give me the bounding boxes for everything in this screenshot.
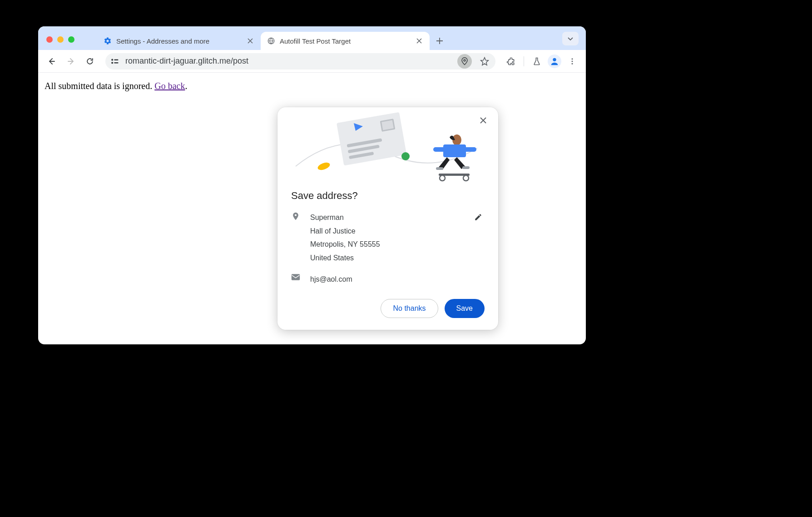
popup-actions: No thanks Save <box>291 299 485 318</box>
svg-point-26 <box>463 175 469 181</box>
go-back-link[interactable]: Go back <box>154 81 185 91</box>
close-tab-icon[interactable] <box>246 37 254 45</box>
tab-title: Autofill Test Post Target <box>280 37 411 45</box>
address-row: Superman Hall of Justice Metropolis, NY … <box>291 211 485 264</box>
popup-title: Save address? <box>291 190 485 202</box>
tab-strip: Settings - Addresses and more Autofill T… <box>38 26 586 50</box>
svg-rect-20 <box>464 147 476 152</box>
svg-rect-2 <box>114 59 118 60</box>
site-info-icon[interactable] <box>110 56 120 66</box>
svg-point-3 <box>111 62 113 64</box>
window-controls <box>46 36 74 43</box>
email-row: hjs@aol.com <box>291 273 485 286</box>
location-pin-icon <box>291 211 300 264</box>
svg-rect-19 <box>443 144 466 157</box>
svg-point-27 <box>295 214 297 216</box>
svg-rect-23 <box>462 166 470 169</box>
svg-point-16 <box>317 161 331 172</box>
address-name: Superman <box>310 211 485 224</box>
save-address-popup: Save address? Superman Hall of Justice M… <box>277 107 498 330</box>
extensions-icon[interactable] <box>503 53 519 70</box>
svg-rect-28 <box>292 274 300 280</box>
popup-illustration <box>277 107 498 185</box>
svg-point-6 <box>553 58 556 61</box>
globe-icon <box>267 37 275 45</box>
svg-point-1 <box>111 59 113 60</box>
back-button[interactable] <box>44 53 60 70</box>
close-popup-button[interactable] <box>476 114 490 127</box>
address-bar[interactable]: romantic-dirt-jaguar.glitch.me/post <box>105 53 495 70</box>
svg-point-25 <box>440 175 445 181</box>
maximize-window-button[interactable] <box>68 36 74 43</box>
page-period: . <box>185 81 187 91</box>
page-text: All submitted data is ignored. <box>45 81 154 91</box>
svg-rect-4 <box>114 62 118 64</box>
tab-settings[interactable]: Settings - Addresses and more <box>97 32 261 50</box>
address-text: Superman Hall of Justice Metropolis, NY … <box>310 211 485 264</box>
email-text: hjs@aol.com <box>310 273 485 286</box>
save-button[interactable]: Save <box>445 299 485 318</box>
svg-rect-22 <box>436 167 443 170</box>
menu-icon[interactable] <box>564 53 580 70</box>
address-line1: Hall of Justice <box>310 224 485 238</box>
no-thanks-button[interactable]: No thanks <box>381 299 438 318</box>
tab-autofill-test[interactable]: Autofill Test Post Target <box>261 32 430 50</box>
page-content: All submitted data is ignored. Go back. <box>38 73 586 99</box>
profile-avatar[interactable] <box>548 55 561 68</box>
location-pin-icon[interactable] <box>457 54 472 69</box>
email-icon <box>291 273 300 286</box>
address-country: United States <box>310 251 485 265</box>
separator <box>524 56 524 66</box>
url-text: romantic-dirt-jaguar.glitch.me/post <box>125 56 452 66</box>
toolbar: romantic-dirt-jaguar.glitch.me/post <box>38 50 586 73</box>
tab-dropdown-button[interactable] <box>562 32 579 45</box>
toolbar-actions <box>503 53 580 70</box>
address-line2: Metropolis, NY 55555 <box>310 238 485 251</box>
reload-button[interactable] <box>82 53 98 70</box>
tab-title: Settings - Addresses and more <box>116 37 242 45</box>
new-tab-button[interactable] <box>432 34 447 48</box>
svg-point-8 <box>572 60 573 62</box>
svg-point-17 <box>401 152 410 160</box>
close-tab-icon[interactable] <box>415 37 423 45</box>
browser-window: Settings - Addresses and more Autofill T… <box>38 26 586 344</box>
popup-body: Save address? Superman Hall of Justice M… <box>277 185 498 330</box>
svg-rect-10 <box>337 112 406 166</box>
svg-point-9 <box>572 63 573 64</box>
edit-address-button[interactable] <box>472 211 485 224</box>
close-window-button[interactable] <box>46 36 53 43</box>
minimize-window-button[interactable] <box>57 36 64 43</box>
svg-rect-21 <box>433 147 446 152</box>
svg-point-7 <box>572 58 573 60</box>
bookmark-star-icon[interactable] <box>477 54 492 69</box>
svg-point-5 <box>464 59 465 61</box>
forward-button[interactable] <box>63 53 79 70</box>
gear-icon <box>104 37 112 45</box>
labs-icon[interactable] <box>529 53 545 70</box>
